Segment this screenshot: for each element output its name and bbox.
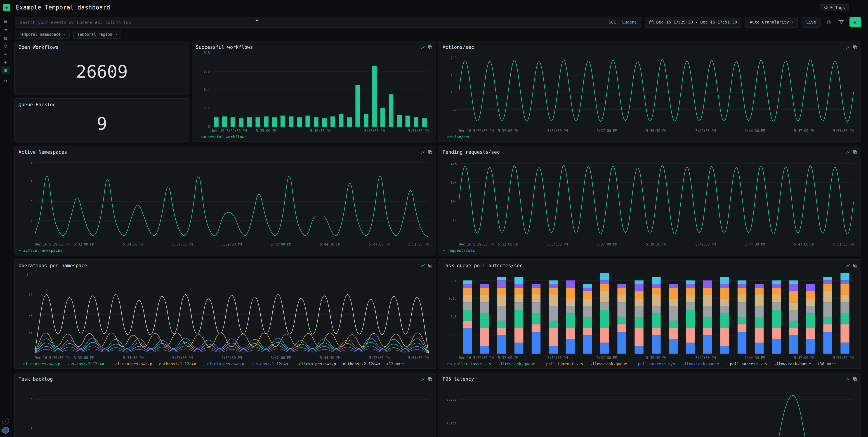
open-chart-icon[interactable] <box>421 377 425 381</box>
svg-text:5:39:30 PM: 5:39:30 PM <box>646 242 666 246</box>
user-avatar[interactable] <box>2 427 9 434</box>
filter-temporal-namespace[interactable]: Temporal namespace ▾ <box>15 30 70 39</box>
svg-text:100: 100 <box>451 90 457 94</box>
filter-button[interactable] <box>837 17 846 28</box>
legend-item[interactable]: — active namespaces <box>19 248 62 252</box>
open-chart-icon[interactable] <box>421 150 425 154</box>
refresh-button[interactable] <box>824 17 833 28</box>
filter-label: Temporal region <box>78 32 112 37</box>
live-button[interactable]: Live <box>802 17 820 28</box>
panel-title: Task backlog <box>19 376 53 382</box>
copy-panel-icon[interactable] <box>428 150 432 154</box>
copy-panel-icon[interactable] <box>853 377 857 381</box>
nav-services-icon[interactable]: ◈ <box>1 58 10 66</box>
svg-text:5:37:00 PM: 5:37:00 PM <box>597 129 617 133</box>
nav-messages-icon[interactable]: ✉ <box>1 50 10 57</box>
legend-item[interactable]: — no_poller_tasks - s...-flow-task-queue <box>442 362 535 366</box>
run-query-button[interactable]: ▶ <box>849 17 861 27</box>
open-chart-icon[interactable] <box>846 150 850 154</box>
chart-legend: — successful workflows <box>196 134 432 140</box>
tags-button[interactable]: 0 Tags <box>820 4 849 11</box>
nav-layouts-icon[interactable]: ▦ <box>1 18 10 25</box>
svg-text:0.2: 0.2 <box>451 278 457 282</box>
legend-item[interactable]: — clickpipes-aws-p...-us-east-1.12c4n <box>202 362 288 366</box>
svg-text:5:42:00 PM: 5:42:00 PM <box>695 242 716 246</box>
page-title: Example Temporal dashboard <box>16 4 110 11</box>
svg-text:0.15: 0.15 <box>448 296 457 301</box>
svg-text:5:44:30 PM: 5:44:30 PM <box>745 356 765 360</box>
svg-text:5:34:30 PM: 5:34:30 PM <box>123 242 143 246</box>
active-namespaces-chart[interactable]: 2468Dec 16 5:29:30 PM5:32:00 PM5:34:30 P… <box>19 155 432 247</box>
help-button[interactable]: ? <box>2 418 9 425</box>
open-chart-icon[interactable] <box>846 263 850 268</box>
task-backlog-chart[interactable]: 234Dec 16 5:29:30 PM5:32:00 PM5:34:30 PM… <box>19 382 432 437</box>
tags-label: 0 Tags <box>830 5 845 10</box>
pending-requests-chart[interactable]: 5k10k15k20kDec 16 5:29:30 PM5:32:00 PM5:… <box>442 155 857 247</box>
open-workflows-value: 26609 <box>19 50 185 93</box>
operations-per-namespace-chart[interactable]: 255075100Dec 16 5:29:30 PM5:32:00 PM5:34… <box>19 269 432 361</box>
svg-text:5:37:00 PM: 5:37:00 PM <box>172 356 193 360</box>
chevron-down-icon: ▾ <box>64 33 66 36</box>
panel-queue-backlog: Queue Backlog 9 <box>14 98 189 142</box>
legend-item[interactable]: — poll_success_syn...-flow-task-queue <box>633 362 719 366</box>
svg-text:5:42:00 PM: 5:42:00 PM <box>271 356 291 360</box>
panel-actions-sec: Actions/sec 50100150200Dec 16 5:29:30 PM… <box>438 41 861 142</box>
svg-text:75: 75 <box>29 293 33 297</box>
search-input[interactable] <box>15 17 641 28</box>
svg-text:5:34:30 PM: 5:34:30 PM <box>547 242 567 246</box>
chevron-down-icon: ▾ <box>115 33 117 36</box>
panel-active-namespaces: Active Namespaces 2468Dec 16 5:29:30 PM5… <box>14 146 436 255</box>
task-queue-poll-chart[interactable]: 0.050.10.150.2Dec 16 5:29:30 PM5:32:00 P… <box>442 269 857 361</box>
open-chart-icon[interactable] <box>421 45 425 49</box>
panel-title: Open Workflows <box>19 44 59 50</box>
legend-item[interactable]: — clickpipes-aws-p...outheast-1.12c4n <box>111 362 196 366</box>
legend-item[interactable]: — clickpipes-aws-p...outheast-2.12c4n <box>294 362 380 366</box>
chart-legend: — requests/sec <box>442 247 857 253</box>
filter-temporal-region[interactable]: Temporal region ▾ <box>73 30 121 39</box>
sql-toggle[interactable]: SQL <box>609 20 616 24</box>
successful-workflows-chart[interactable]: 00.20.40.60.8Dec 16 5:29:30 PM5:35:00 PM… <box>196 50 432 134</box>
legend-item[interactable]: — requests/sec <box>442 248 475 252</box>
copy-panel-icon[interactable] <box>853 45 857 49</box>
app-logo-icon[interactable]: ◆ <box>3 4 10 11</box>
nav-logs-icon[interactable]: ▤ <box>1 34 10 41</box>
copy-panel-icon[interactable] <box>853 263 857 268</box>
open-chart-icon[interactable] <box>421 263 425 268</box>
open-chart-icon[interactable] <box>846 377 850 381</box>
time-range-picker[interactable]: Dec 16 17:29:30 - Dec 16 17:51:30 <box>645 17 742 28</box>
kebab-menu-button[interactable]: ⋮ <box>855 4 864 11</box>
legend-item[interactable]: — successful workflows <box>196 134 247 139</box>
lucene-toggle[interactable]: Lucene <box>622 20 637 24</box>
legend-item[interactable]: — poll_success - s...-flow-task-queue <box>725 362 811 366</box>
svg-text:2: 2 <box>31 219 33 223</box>
svg-text:5:32:00 PM: 5:32:00 PM <box>498 129 518 133</box>
actions-sec-chart[interactable]: 50100150200Dec 16 5:29:30 PM5:32:00 PM5:… <box>442 50 857 134</box>
nav-settings-icon[interactable]: ⚙ <box>1 77 10 84</box>
svg-text:5:39:30 PM: 5:39:30 PM <box>221 242 242 246</box>
live-label: Live <box>806 20 816 24</box>
time-range-label: Dec 16 17:29:30 - Dec 16 17:51:30 <box>656 20 737 24</box>
legend-item[interactable]: — action/sec <box>442 134 470 139</box>
legend-more-button[interactable]: +12 more <box>386 362 405 366</box>
open-chart-icon[interactable] <box>846 45 850 49</box>
panel-pending-requests: Pending requests/sec 5k10k15k20kDec 16 5… <box>438 146 861 255</box>
panel-task-backlog: Task backlog 234Dec 16 5:29:30 PM5:32:00… <box>14 373 436 437</box>
svg-text:0: 0 <box>208 125 210 129</box>
dashboard-page: ◆ Example Temporal dashboard 0 Tags ⋮ ▦ … <box>0 0 868 437</box>
svg-text:5:32:00 PM: 5:32:00 PM <box>74 356 94 360</box>
legend-more-button[interactable]: +36 more <box>817 362 836 366</box>
nav-traces-icon[interactable]: ≈ <box>1 26 10 33</box>
svg-text:5:32:00 PM: 5:32:00 PM <box>498 356 518 360</box>
nav-alerts-icon[interactable]: ◔ <box>1 42 10 49</box>
nav-dashboards-icon[interactable]: ⊞ <box>1 66 10 74</box>
granularity-select[interactable]: Auto Granularity ▾ <box>745 17 798 28</box>
legend-item[interactable]: — poll_timeout - s...-flow-task-queue <box>541 362 627 366</box>
p95-latency-chart[interactable]: 0.0100.0200.030Dec 16 5:29:30 PM5:32:00 … <box>442 382 857 437</box>
copy-panel-icon[interactable] <box>853 150 857 154</box>
copy-panel-icon[interactable] <box>428 377 432 381</box>
copy-panel-icon[interactable] <box>428 45 432 49</box>
copy-panel-icon[interactable] <box>428 263 432 268</box>
svg-text:25: 25 <box>29 332 33 336</box>
svg-text:100: 100 <box>26 273 33 277</box>
legend-item[interactable]: — clickpipes-aws-p...-us-east-2.12c4n <box>19 362 104 366</box>
